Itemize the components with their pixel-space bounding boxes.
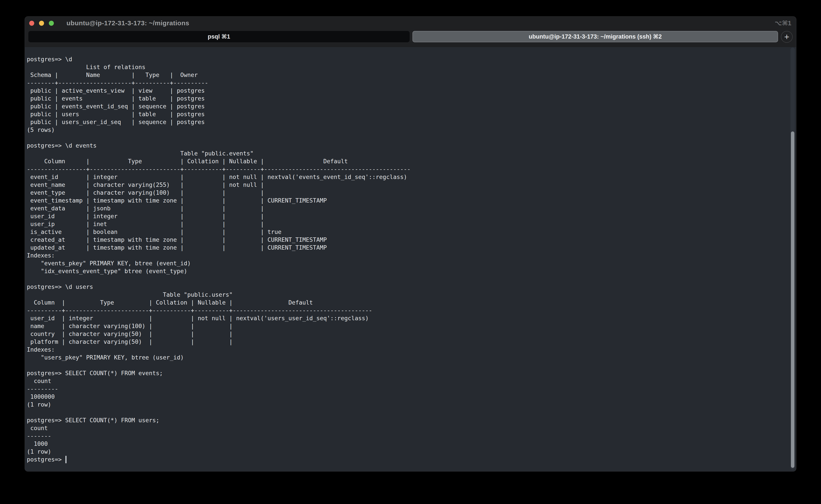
desktop-background: ubuntu@ip-172-31-3-173: ~/migrations ⌥⌘1…: [0, 0, 821, 504]
new-tab-button[interactable]: +: [781, 31, 793, 43]
window-titlebar[interactable]: ubuntu@ip-172-31-3-173: ~/migrations ⌥⌘1: [25, 17, 796, 30]
tab-bar: psql ⌘1 ubuntu@ip-172-31-3-173: ~/migrat…: [25, 30, 796, 47]
tab-psql-label: psql ⌘1: [208, 33, 230, 40]
terminal-cursor: [65, 456, 66, 463]
terminal-window: ubuntu@ip-172-31-3-173: ~/migrations ⌥⌘1…: [25, 16, 796, 472]
tab-ssh-session-label: ubuntu@ip-172-31-3-173: ~/migrations (ss…: [529, 33, 662, 40]
terminal-prompt-line: postgres=>: [27, 456, 796, 463]
plus-icon: +: [784, 32, 789, 41]
window-title: ubuntu@ip-172-31-3-173: ~/migrations: [66, 19, 189, 27]
tab-psql[interactable]: psql ⌘1: [28, 31, 410, 42]
traffic-lights: [29, 21, 54, 26]
zoom-button[interactable]: [49, 21, 54, 26]
scrollbar[interactable]: [790, 48, 795, 470]
window-shortcut-hint: ⌥⌘1: [775, 19, 791, 27]
terminal-content[interactable]: postgres=> \d List of relations Schema |…: [25, 47, 796, 471]
minimize-button[interactable]: [39, 21, 44, 26]
tab-ssh-session[interactable]: ubuntu@ip-172-31-3-173: ~/migrations (ss…: [412, 31, 778, 42]
scrollbar-thumb[interactable]: [791, 131, 794, 468]
terminal-prompt: postgres=>: [27, 456, 65, 463]
close-button[interactable]: [29, 21, 34, 26]
terminal-output: postgres=> \d List of relations Schema |…: [27, 55, 796, 456]
